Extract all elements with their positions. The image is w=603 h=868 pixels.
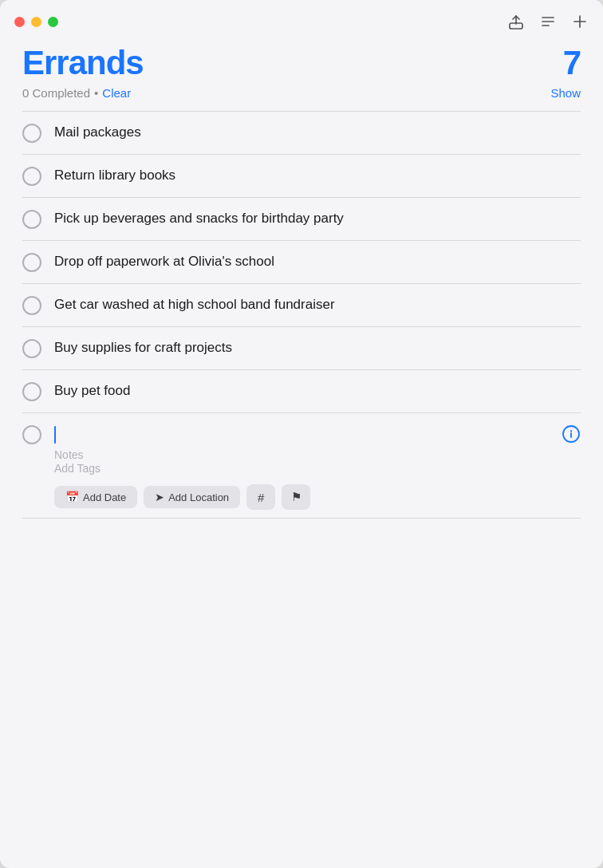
text-cursor: [54, 426, 56, 444]
status-dot: •: [94, 86, 98, 100]
header-row: Errands 7: [22, 45, 581, 81]
task-text-5: Get car washed at high school band fundr…: [54, 295, 581, 314]
info-icon[interactable]: [562, 424, 581, 444]
new-task-checkbox[interactable]: [22, 425, 41, 444]
add-date-label: Add Date: [83, 491, 126, 503]
tags-placeholder[interactable]: Add Tags: [54, 462, 100, 475]
content-area: Errands 7 0 Completed • Clear Show Mail …: [0, 45, 603, 541]
task-checkbox-2[interactable]: [22, 167, 41, 186]
task-item-4: Drop off paperwork at Olivia's school: [22, 241, 581, 284]
list-title: Errands: [22, 45, 144, 81]
traffic-lights: [14, 17, 58, 27]
main-window: Errands 7 0 Completed • Clear Show Mail …: [0, 0, 603, 868]
titlebar: [0, 0, 603, 37]
new-task-toolbar: 📅 Add Date ➤ Add Location # ⚑: [54, 484, 310, 510]
notes-tags-area: Notes Add Tags: [54, 448, 100, 475]
list-count: 7: [563, 45, 581, 81]
status-row: 0 Completed • Clear Show: [22, 86, 581, 100]
notes-placeholder[interactable]: Notes: [54, 448, 100, 461]
share-icon[interactable]: [507, 13, 525, 30]
clear-button[interactable]: Clear: [102, 86, 131, 100]
show-button[interactable]: Show: [550, 86, 581, 100]
task-list: Mail packages Return library books Pick …: [22, 112, 581, 519]
task-item-6: Buy supplies for craft projects: [22, 327, 581, 370]
task-text-3: Pick up beverages and snacks for birthda…: [54, 209, 581, 228]
task-checkbox-3[interactable]: [22, 210, 41, 229]
task-item-1: Mail packages: [22, 112, 581, 155]
task-checkbox-6[interactable]: [22, 339, 41, 358]
add-location-button[interactable]: ➤ Add Location: [144, 486, 240, 508]
flag-label: ⚑: [291, 490, 302, 504]
add-item-icon[interactable]: [571, 13, 589, 30]
task-item-2: Return library books: [22, 155, 581, 198]
task-text-4: Drop off paperwork at Olivia's school: [54, 252, 581, 271]
task-checkbox-7[interactable]: [22, 382, 41, 401]
task-checkbox-5[interactable]: [22, 296, 41, 315]
completed-count: 0 Completed: [22, 86, 90, 100]
new-task-row: [22, 424, 581, 445]
task-text-2: Return library books: [54, 166, 581, 185]
task-checkbox-4[interactable]: [22, 253, 41, 272]
list-icon[interactable]: [539, 13, 557, 30]
add-date-button[interactable]: 📅 Add Date: [54, 486, 137, 508]
maximize-button[interactable]: [48, 17, 58, 27]
task-text-1: Mail packages: [54, 123, 581, 142]
minimize-button[interactable]: [31, 17, 41, 27]
close-button[interactable]: [14, 17, 25, 27]
location-icon: ➤: [155, 491, 164, 503]
new-task-item[interactable]: Notes Add Tags 📅 Add Date ➤ Add Location…: [22, 413, 581, 519]
task-text-7: Buy pet food: [54, 381, 581, 400]
titlebar-actions: [507, 13, 589, 30]
hashtag-button[interactable]: #: [246, 484, 275, 510]
flag-button[interactable]: ⚑: [282, 484, 310, 510]
task-item-7: Buy pet food: [22, 370, 581, 413]
calendar-icon: 📅: [65, 491, 79, 503]
add-location-label: Add Location: [168, 491, 229, 503]
new-task-input[interactable]: [54, 424, 562, 445]
status-left: 0 Completed • Clear: [22, 86, 131, 100]
task-checkbox-1[interactable]: [22, 124, 41, 143]
task-text-6: Buy supplies for craft projects: [54, 338, 581, 357]
task-item-5: Get car washed at high school band fundr…: [22, 284, 581, 327]
hashtag-label: #: [258, 491, 264, 504]
task-item-3: Pick up beverages and snacks for birthda…: [22, 198, 581, 241]
